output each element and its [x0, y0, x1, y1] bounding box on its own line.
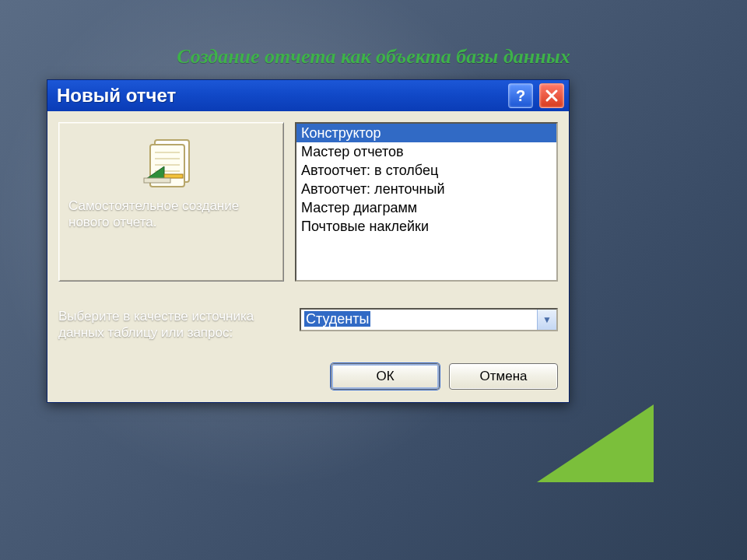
close-icon [545, 89, 559, 103]
svg-marker-1 [537, 404, 654, 482]
list-item[interactable]: Почтовые наклейки [296, 217, 556, 236]
source-combobox[interactable]: Студенты ▼ [300, 308, 558, 331]
svg-marker-0 [537, 404, 654, 482]
svg-rect-10 [144, 178, 170, 183]
titlebar[interactable]: Новый отчет ? [47, 80, 569, 111]
list-item[interactable]: Мастер диаграмм [296, 198, 556, 217]
source-label: Выберите в качестве источника данных таб… [58, 308, 284, 341]
close-button[interactable] [539, 83, 564, 108]
preview-caption: Самостоятельное создание нового отчета. [68, 198, 274, 231]
chevron-down-icon: ▼ [537, 310, 556, 330]
report-type-listbox[interactable]: КонструкторМастер отчетовАвтоотчет: в ст… [295, 122, 558, 282]
svg-rect-9 [164, 174, 183, 178]
list-item[interactable]: Конструктор [296, 124, 556, 142]
list-item[interactable]: Автоотчет: в столбец [296, 161, 556, 180]
preview-pane: Самостоятельное создание нового отчета. [58, 122, 284, 282]
source-value: Студенты [301, 310, 537, 330]
list-item[interactable]: Мастер отчетов [296, 142, 556, 161]
dialog-title: Новый отчет [57, 85, 502, 107]
help-icon: ? [516, 87, 525, 105]
report-icon [141, 135, 202, 190]
new-report-dialog: Новый отчет ? [47, 79, 570, 403]
ok-button[interactable]: ОК [331, 363, 440, 390]
help-button[interactable]: ? [508, 83, 533, 108]
cancel-button[interactable]: Отмена [449, 363, 558, 390]
slide-title: Создание отчета как объекта базы данных [0, 45, 747, 68]
list-item[interactable]: Автоотчет: ленточный [296, 180, 556, 198]
